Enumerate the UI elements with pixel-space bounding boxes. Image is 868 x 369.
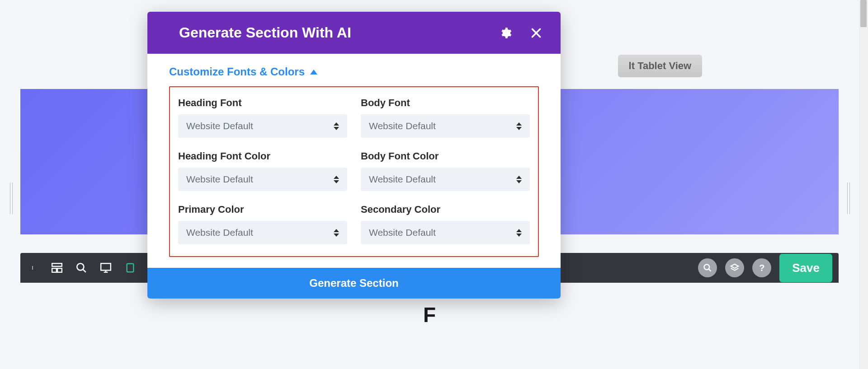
updown-icon (334, 176, 339, 183)
svg-point-6 (77, 263, 84, 270)
updown-icon (334, 122, 339, 130)
page-scrollbar[interactable] (859, 0, 868, 369)
svg-rect-3 (52, 263, 62, 266)
heading-font-select[interactable]: Website Default (178, 114, 347, 138)
heading-font-color-select[interactable]: Website Default (178, 168, 347, 191)
heading-font-field: Heading Font Website Default (178, 97, 347, 138)
gear-icon[interactable] (499, 27, 512, 39)
svg-rect-11 (127, 264, 134, 272)
page-scrollbar-thumb[interactable] (860, 0, 867, 27)
modal-header-actions (499, 27, 542, 39)
secondary-color-label: Secondary Color (361, 204, 530, 215)
secondary-color-value: Website Default (369, 227, 436, 238)
resize-handle-right[interactable] (847, 182, 850, 214)
desktop-icon[interactable] (100, 262, 112, 274)
body-font-color-value: Website Default (369, 174, 436, 185)
search-button[interactable] (698, 258, 717, 277)
body-font-value: Website Default (369, 121, 436, 131)
heading-font-label: Heading Font (178, 97, 347, 109)
secondary-color-select[interactable]: Website Default (361, 221, 530, 244)
generate-section-modal: Generate Section With AI Customize Fonts… (147, 12, 561, 299)
updown-icon (516, 229, 522, 237)
modal-header: Generate Section With AI (147, 12, 561, 54)
customize-label: Customize Fonts & Colors (169, 65, 305, 78)
svg-point-2 (32, 269, 33, 270)
svg-rect-5 (57, 268, 62, 272)
customize-fonts-colors-toggle[interactable]: Customize Fonts & Colors (169, 65, 539, 78)
body-font-color-select[interactable]: Website Default (361, 168, 530, 191)
body-font-field: Body Font Website Default (361, 97, 530, 138)
zoom-icon[interactable] (75, 262, 87, 274)
more-icon[interactable] (27, 262, 38, 274)
help-button[interactable]: ? (752, 258, 771, 277)
svg-rect-8 (101, 263, 111, 270)
body-font-color-label: Body Font Color (361, 150, 530, 162)
svg-point-1 (32, 267, 33, 268)
resize-handle-left[interactable] (10, 182, 13, 214)
heading-font-color-label: Heading Font Color (178, 150, 347, 162)
caret-up-icon (310, 70, 317, 75)
heading-font-color-field: Heading Font Color Website Default (178, 150, 347, 191)
body-font-color-field: Body Font Color Website Default (361, 150, 530, 191)
svg-line-13 (709, 269, 711, 271)
close-icon[interactable] (530, 27, 542, 39)
secondary-color-field: Secondary Color Website Default (361, 204, 530, 244)
primary-color-label: Primary Color (178, 204, 347, 215)
body-font-label: Body Font (361, 97, 530, 109)
primary-color-value: Website Default (186, 227, 253, 238)
updown-icon (334, 229, 339, 237)
tablet-view-button[interactable]: lt Tablet View (618, 55, 703, 77)
help-label: ? (759, 263, 764, 273)
modal-body: Customize Fonts & Colors Heading Font We… (147, 54, 561, 268)
tablet-icon[interactable] (124, 262, 136, 274)
bottom-bar-left (27, 262, 136, 274)
layers-button[interactable] (725, 258, 744, 277)
svg-point-12 (704, 265, 710, 270)
heading-font-value: Website Default (186, 121, 253, 131)
updown-icon (516, 176, 522, 183)
body-font-select[interactable]: Website Default (361, 114, 530, 138)
layout-icon[interactable] (51, 262, 63, 274)
heading-font-color-value: Website Default (186, 174, 253, 185)
svg-line-7 (83, 269, 86, 272)
svg-marker-14 (731, 264, 739, 268)
svg-point-0 (32, 266, 33, 267)
primary-color-field: Primary Color Website Default (178, 204, 347, 244)
page-heading-partial: F (20, 294, 839, 327)
save-button[interactable]: Save (779, 254, 832, 282)
generate-section-button[interactable]: Generate Section (147, 268, 561, 299)
fonts-colors-box: Heading Font Website Default Body Font W… (169, 86, 539, 257)
primary-color-select[interactable]: Website Default (178, 221, 347, 244)
bottom-bar-right: ? Save (698, 254, 832, 282)
svg-rect-4 (52, 268, 57, 272)
updown-icon (516, 122, 522, 130)
modal-title: Generate Section With AI (179, 24, 351, 41)
